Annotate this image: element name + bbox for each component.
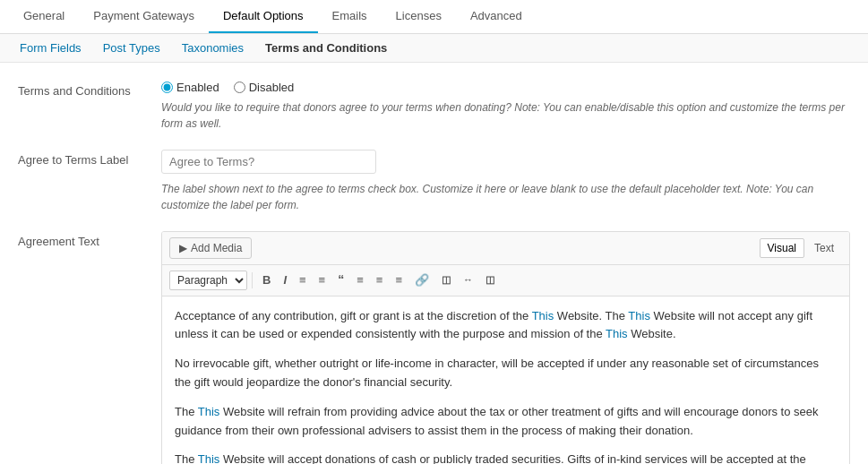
link-this-3[interactable]: This (606, 327, 628, 340)
tab-licenses[interactable]: Licenses (382, 0, 456, 33)
toolbar-italic[interactable]: I (278, 270, 292, 291)
toolbar-align-center[interactable]: ≡ (371, 270, 389, 291)
toolbar-list-ordered[interactable]: ≡ (314, 270, 331, 291)
add-media-label: Add Media (191, 242, 242, 254)
content-area: Terms and Conditions Enabled Disabled Wo… (0, 63, 868, 464)
disabled-label: Disabled (249, 81, 295, 94)
link-this-5[interactable]: This (198, 452, 220, 464)
tab-default-options[interactable]: Default Options (209, 0, 318, 33)
disabled-radio-option[interactable]: Disabled (234, 81, 295, 94)
link-this-1[interactable]: This (532, 309, 554, 322)
toolbar-align-right[interactable]: ≡ (390, 270, 408, 291)
paragraph-3: The This Website will refrain from provi… (175, 403, 837, 441)
agreement-text-field: ▶ Add Media Visual Text Paragraph B I (161, 231, 850, 464)
subnav-terms-and-conditions[interactable]: Terms and Conditions (254, 34, 398, 62)
add-media-icon: ▶ (179, 242, 187, 254)
disabled-radio[interactable] (234, 82, 245, 93)
toolbar-align-left[interactable]: ≡ (351, 270, 369, 291)
paragraph-select[interactable]: Paragraph (169, 271, 247, 290)
editor-toolbar: Paragraph B I ≡ ≡ “ ≡ ≡ ≡ 🔗 ◫ ↔ ◫ (162, 265, 849, 296)
paragraph-4: The This Website will accept donations o… (175, 451, 837, 464)
agree-to-terms-field: The label shown next to the agree to ter… (161, 150, 850, 213)
agreement-text-row: Agreement Text ▶ Add Media Visual Text (18, 231, 850, 464)
terms-and-conditions-row: Terms and Conditions Enabled Disabled Wo… (18, 81, 850, 132)
terms-and-conditions-field: Enabled Disabled Would you like to requi… (161, 81, 850, 132)
tab-payment-gateways[interactable]: Payment Gateways (79, 0, 209, 33)
toolbar-fullscreen[interactable]: ◫ (480, 271, 500, 289)
link-this-2[interactable]: This (628, 309, 650, 322)
agree-to-terms-input[interactable] (161, 150, 376, 174)
tab-emails[interactable]: Emails (318, 0, 382, 33)
tab-advanced[interactable]: Advanced (456, 0, 537, 33)
terms-hint-text: Would you like to require that donors ag… (161, 99, 850, 132)
add-media-button[interactable]: ▶ Add Media (169, 237, 252, 259)
link-this-4[interactable]: This (198, 405, 220, 418)
enabled-radio-option[interactable]: Enabled (161, 81, 219, 94)
tab-general[interactable]: General (9, 0, 79, 33)
agreement-text-label: Agreement Text (18, 231, 161, 248)
toolbar-blockquote[interactable]: “ (332, 269, 349, 292)
tab-visual[interactable]: Visual (760, 238, 804, 258)
subnav-taxonomies[interactable]: Taxonomies (171, 34, 254, 62)
toolbar-table[interactable]: ◫ (436, 271, 456, 289)
toolbar-separator-1 (252, 272, 253, 288)
enabled-radio[interactable] (161, 82, 173, 93)
paragraph-1: Acceptance of any contribution, gift or … (175, 307, 837, 345)
add-media-bar: ▶ Add Media Visual Text (162, 232, 849, 265)
subnav-post-types[interactable]: Post Types (92, 34, 171, 62)
agree-to-terms-label: Agree to Terms Label (18, 150, 161, 167)
visual-text-tabs: Visual Text (760, 238, 842, 258)
editor-content-area[interactable]: Acceptance of any contribution, gift or … (162, 296, 849, 464)
toolbar-link[interactable]: 🔗 (409, 270, 434, 291)
toolbar-bold[interactable]: B (257, 270, 276, 291)
agree-to-terms-hint: The label shown next to the agree to ter… (161, 181, 850, 213)
agreement-text-editor: ▶ Add Media Visual Text Paragraph B I (161, 231, 850, 464)
toolbar-list-unordered[interactable]: ≡ (294, 270, 312, 291)
paragraph-2: No irrevocable gift, whether outright or… (175, 355, 837, 392)
toolbar-more[interactable]: ↔ (458, 271, 478, 289)
subnav-form-fields[interactable]: Form Fields (9, 34, 92, 62)
sub-navigation: Form Fields Post Types Taxonomies Terms … (0, 34, 868, 63)
tab-text[interactable]: Text (806, 238, 842, 258)
enabled-label: Enabled (176, 81, 219, 94)
enabled-disabled-radio-group: Enabled Disabled (161, 81, 850, 94)
terms-and-conditions-label: Terms and Conditions (18, 81, 161, 98)
agree-to-terms-label-row: Agree to Terms Label The label shown nex… (18, 150, 850, 213)
top-navigation: General Payment Gateways Default Options… (0, 0, 868, 34)
